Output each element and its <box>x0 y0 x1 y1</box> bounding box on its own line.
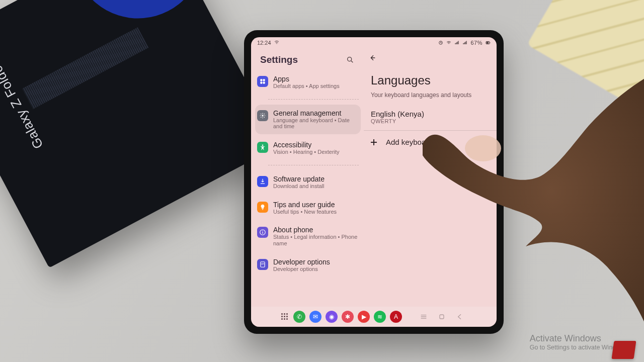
settings-item-title: Developer options <box>273 258 330 266</box>
svg-point-9 <box>262 115 264 117</box>
add-keyboard-button[interactable]: Add keyboard <box>362 131 497 153</box>
svg-rect-13 <box>262 231 263 231</box>
svg-rect-14 <box>261 261 265 267</box>
nav-back-button[interactable] <box>453 312 466 321</box>
settings-item-subtitle: Language and keyboard • Date and time <box>273 117 358 130</box>
device-frame: 12:24 67% <box>244 30 504 334</box>
settings-item-subtitle: Download and install <box>273 183 325 190</box>
add-keyboard-label: Add keyboard <box>386 138 433 146</box>
swupdate-icon <box>257 176 268 187</box>
settings-item-genmgmt[interactable]: General managementLanguage and keyboard … <box>255 105 361 134</box>
settings-item-subtitle: Default apps • App settings <box>273 83 340 89</box>
box-brand-text: Galaxy Z Fold6 <box>0 63 47 151</box>
svg-rect-15 <box>440 315 444 319</box>
settings-item-title: Software update <box>273 175 325 183</box>
channel-logo <box>611 341 636 359</box>
settings-section-divider <box>268 99 359 100</box>
svg-rect-5 <box>260 79 262 81</box>
devopts-icon <box>257 259 268 270</box>
signal2-icon <box>462 40 467 45</box>
settings-pane: Settings AppsDefault apps • App settings… <box>251 48 362 307</box>
dock-app-phone[interactable]: ✆ <box>293 311 305 323</box>
back-arrow-icon <box>368 54 376 62</box>
settings-item-devopts[interactable]: Developer optionsDeveloper options <box>255 253 361 277</box>
app-drawer-button[interactable] <box>281 313 288 320</box>
settings-item-swupdate[interactable]: Software updateDownload and install <box>255 170 361 194</box>
nav-home-icon <box>438 313 446 321</box>
settings-header: Settings <box>251 52 362 70</box>
tips-icon <box>257 202 268 213</box>
settings-item-title: Tips and user guide <box>273 201 337 209</box>
settings-item-subtitle: Useful tips • New features <box>273 209 337 215</box>
battery-icon <box>486 40 491 45</box>
language-name: English (Kenya) <box>371 110 497 118</box>
two-pane-layout: Settings AppsDefault apps • App settings… <box>251 48 497 307</box>
search-icon <box>346 56 354 64</box>
svg-point-10 <box>262 145 264 146</box>
plus-icon <box>371 139 377 145</box>
settings-item-title: General management <box>273 109 358 117</box>
settings-item-apps[interactable]: AppsDefault apps • App settings <box>255 70 361 94</box>
settings-item-tips[interactable]: Tips and user guideUseful tips • New fea… <box>255 196 361 220</box>
settings-title: Settings <box>260 54 298 65</box>
dock-app-browser[interactable]: ◉ <box>326 311 338 323</box>
alarm-icon <box>438 40 443 45</box>
nav-recents-button[interactable] <box>417 312 430 321</box>
svg-point-4 <box>348 57 352 61</box>
genmgmt-icon <box>257 110 268 121</box>
search-button[interactable] <box>346 55 355 64</box>
detail-subtitle: Your keyboard languages and layouts <box>371 92 497 99</box>
settings-item-subtitle: Status • Legal information • Phone name <box>273 234 358 246</box>
dock-app-spotify[interactable]: ≋ <box>374 311 386 323</box>
dock-bar: ✆✉◉✱▶≋A <box>251 307 497 327</box>
dock-app-acrobat[interactable]: A <box>390 311 402 323</box>
svg-rect-7 <box>260 82 262 84</box>
settings-item-a11y[interactable]: AccessibilityVision • Hearing • Dexterit… <box>255 136 361 160</box>
settings-item-subtitle: Developer options <box>273 266 330 273</box>
about-icon <box>257 227 268 238</box>
detail-pane: Languages Your keyboard languages and la… <box>362 48 497 307</box>
settings-item-title: Accessibility <box>273 141 340 149</box>
dock-app-messages[interactable]: ✉ <box>309 311 321 323</box>
a11y-icon <box>257 142 268 153</box>
nav-back-icon <box>456 313 464 321</box>
detail-title: Languages <box>371 73 497 87</box>
svg-point-11 <box>260 230 266 235</box>
svg-rect-12 <box>262 232 263 234</box>
settings-list: AppsDefault apps • App settingsGeneral m… <box>251 70 362 277</box>
settings-item-subtitle: Vision • Hearing • Dexterity <box>273 149 340 155</box>
wifi-icon <box>446 40 451 45</box>
svg-rect-8 <box>263 82 265 84</box>
language-layout: QWERTY <box>371 118 497 124</box>
dock-app-hub[interactable]: ✱ <box>342 311 354 323</box>
apps-icon <box>257 76 268 87</box>
back-button[interactable] <box>368 53 377 62</box>
svg-rect-6 <box>263 79 265 81</box>
settings-section-divider <box>268 165 359 165</box>
device-screen: 12:24 67% <box>251 37 497 327</box>
settings-item-title: About phone <box>273 226 358 234</box>
svg-rect-2 <box>490 42 490 43</box>
nav-recents-icon <box>420 313 428 321</box>
settings-item-title: Apps <box>273 75 340 83</box>
dock-app-yt[interactable]: ▶ <box>358 311 370 323</box>
settings-item-about[interactable]: About phoneStatus • Legal information • … <box>255 221 361 251</box>
box-barcode-stripe <box>22 27 148 109</box>
nav-home-button[interactable] <box>435 312 448 321</box>
vowifi-icon <box>274 40 279 45</box>
language-entry[interactable]: English (Kenya) QWERTY <box>362 107 497 130</box>
svg-rect-3 <box>487 42 489 43</box>
signal-icon <box>454 40 459 45</box>
status-battery: 67% <box>470 40 482 46</box>
dock-apps: ✆✉◉✱▶≋A <box>293 311 402 323</box>
status-time: 12:24 <box>257 40 271 46</box>
status-bar: 12:24 67% <box>251 37 497 48</box>
